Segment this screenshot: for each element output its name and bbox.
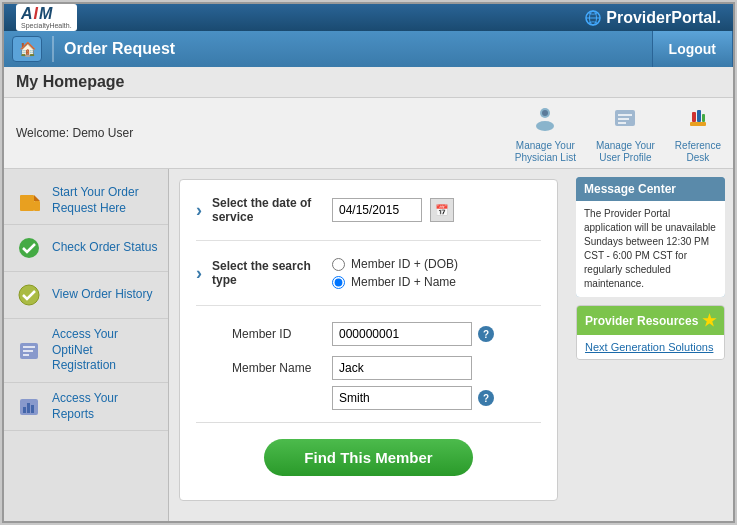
sidebar-optinet-label: Access Your OptiNet Registration bbox=[52, 327, 158, 374]
nav-divider bbox=[52, 36, 54, 62]
member-name-row: Member Name ? bbox=[196, 356, 541, 410]
last-name-row: ? bbox=[232, 386, 494, 410]
svg-rect-24 bbox=[23, 407, 26, 413]
radio-input-name[interactable] bbox=[332, 276, 345, 289]
svg-rect-26 bbox=[31, 405, 34, 413]
message-center-card: Message Center The Provider Portal appli… bbox=[576, 177, 725, 297]
date-label: Select the date of service bbox=[212, 196, 332, 224]
form-card: › Select the date of service 📅 › Select … bbox=[179, 179, 558, 501]
top-header: AIM SpecialtyHealth. ProviderPortal. bbox=[4, 4, 733, 31]
form-divider bbox=[196, 422, 541, 423]
logo-area: AIM SpecialtyHealth. bbox=[16, 4, 77, 31]
radio-option2[interactable]: Member ID + Name bbox=[332, 275, 458, 289]
svg-point-5 bbox=[542, 110, 548, 116]
toolbar-user-profile[interactable]: Manage YourUser Profile bbox=[596, 102, 655, 164]
nav-title: Order Request bbox=[64, 40, 652, 58]
date-of-service-row: › Select the date of service 📅 bbox=[196, 196, 541, 241]
svg-rect-10 bbox=[690, 122, 706, 126]
sidebar-item-check-order[interactable]: Check Order Status bbox=[4, 225, 168, 272]
svg-rect-11 bbox=[692, 112, 696, 122]
page-title: My Homepage bbox=[4, 67, 733, 98]
sidebar-item-order-request[interactable]: Start Your Order Request Here bbox=[4, 177, 168, 225]
message-center-body: The Provider Portal application will be … bbox=[576, 201, 725, 297]
toolbar-physician-label: Manage YourPhysician List bbox=[515, 140, 576, 164]
sidebar-check-label: Check Order Status bbox=[52, 240, 157, 256]
member-id-help-icon[interactable]: ? bbox=[478, 326, 494, 342]
aim-logo: AIM SpecialtyHealth. bbox=[16, 4, 77, 31]
main-content: › Select the date of service 📅 › Select … bbox=[169, 169, 568, 521]
sidebar-item-reports[interactable]: Access Your Reports bbox=[4, 383, 168, 431]
reference-desk-icon bbox=[682, 102, 714, 134]
optinet-icon bbox=[14, 336, 44, 366]
toolbar-reference-desk[interactable]: ReferenceDesk bbox=[675, 102, 721, 164]
toolbar-reference-label: ReferenceDesk bbox=[675, 140, 721, 164]
member-name-help-icon[interactable]: ? bbox=[478, 390, 494, 406]
left-sidebar: Start Your Order Request Here Check Orde… bbox=[4, 169, 169, 521]
sidebar-item-order-history[interactable]: View Order History bbox=[4, 272, 168, 319]
calendar-button[interactable]: 📅 bbox=[430, 198, 454, 222]
svg-rect-12 bbox=[697, 110, 701, 122]
provider-portal-logo: ProviderPortal. bbox=[584, 9, 721, 27]
logout-button[interactable]: Logout bbox=[652, 31, 733, 67]
message-center-header: Message Center bbox=[576, 177, 725, 201]
member-name-label: Member Name bbox=[232, 361, 332, 375]
check-order-icon bbox=[14, 233, 44, 263]
next-gen-solutions-link[interactable]: Next Generation Solutions bbox=[577, 335, 724, 359]
svg-rect-13 bbox=[702, 114, 705, 122]
radio-group: Member ID + (DOB) Member ID + Name bbox=[332, 257, 458, 289]
welcome-text: Welcome: Demo User bbox=[16, 126, 515, 140]
sidebar-history-label: View Order History bbox=[52, 287, 152, 303]
member-id-row: Member ID ? bbox=[196, 322, 541, 346]
member-id-label: Member ID bbox=[232, 327, 332, 341]
nav-bar: 🏠 Order Request Logout bbox=[4, 31, 733, 67]
sidebar-reports-label: Access Your Reports bbox=[52, 391, 158, 422]
sidebar-item-optinet[interactable]: Access Your OptiNet Registration bbox=[4, 319, 168, 383]
provider-resources-card: Provider Resources ★ Next Generation Sol… bbox=[576, 305, 725, 360]
physician-list-icon bbox=[529, 102, 561, 134]
order-request-icon bbox=[14, 186, 44, 216]
globe-icon bbox=[584, 9, 602, 27]
arrow-icon-search: › bbox=[196, 263, 202, 284]
first-name-input[interactable] bbox=[332, 356, 472, 380]
toolbar-profile-label: Manage YourUser Profile bbox=[596, 140, 655, 164]
first-name-row: Member Name bbox=[232, 356, 472, 380]
last-name-input[interactable] bbox=[332, 386, 472, 410]
inner-content: Welcome: Demo User Manage YourPhysician … bbox=[4, 98, 733, 521]
right-panel: Message Center The Provider Portal appli… bbox=[568, 169, 733, 521]
toolbar-items: Manage YourPhysician List Manage YourUse… bbox=[515, 102, 721, 164]
svg-point-4 bbox=[536, 121, 554, 131]
reports-icon bbox=[14, 392, 44, 422]
search-type-label: Select the search type bbox=[212, 259, 332, 287]
user-profile-icon bbox=[609, 102, 641, 134]
svg-point-17 bbox=[19, 238, 39, 258]
svg-rect-14 bbox=[20, 195, 34, 211]
provider-resources-header: Provider Resources ★ bbox=[577, 306, 724, 335]
order-history-icon bbox=[14, 280, 44, 310]
sidebar-order-label: Start Your Order Request Here bbox=[52, 185, 158, 216]
toolbar-physician-list[interactable]: Manage YourPhysician List bbox=[515, 102, 576, 164]
search-type-row: › Select the search type Member ID + (DO… bbox=[196, 257, 541, 306]
svg-marker-15 bbox=[34, 195, 40, 201]
date-controls: 📅 bbox=[332, 198, 454, 222]
radio-input-dob[interactable] bbox=[332, 258, 345, 271]
star-icon: ★ bbox=[702, 311, 716, 330]
provider-portal-text: ProviderPortal. bbox=[606, 9, 721, 27]
welcome-toolbar: Welcome: Demo User Manage YourPhysician … bbox=[4, 98, 733, 169]
member-id-input[interactable] bbox=[332, 322, 472, 346]
find-member-button[interactable]: Find This Member bbox=[264, 439, 472, 476]
svg-rect-25 bbox=[27, 403, 30, 413]
radio-option1[interactable]: Member ID + (DOB) bbox=[332, 257, 458, 271]
home-button[interactable]: 🏠 bbox=[12, 36, 42, 62]
svg-point-18 bbox=[19, 285, 39, 305]
svg-rect-16 bbox=[34, 201, 40, 211]
arrow-icon-date: › bbox=[196, 200, 202, 221]
date-input[interactable] bbox=[332, 198, 422, 222]
body-area: Start Your Order Request Here Check Orde… bbox=[4, 169, 733, 521]
